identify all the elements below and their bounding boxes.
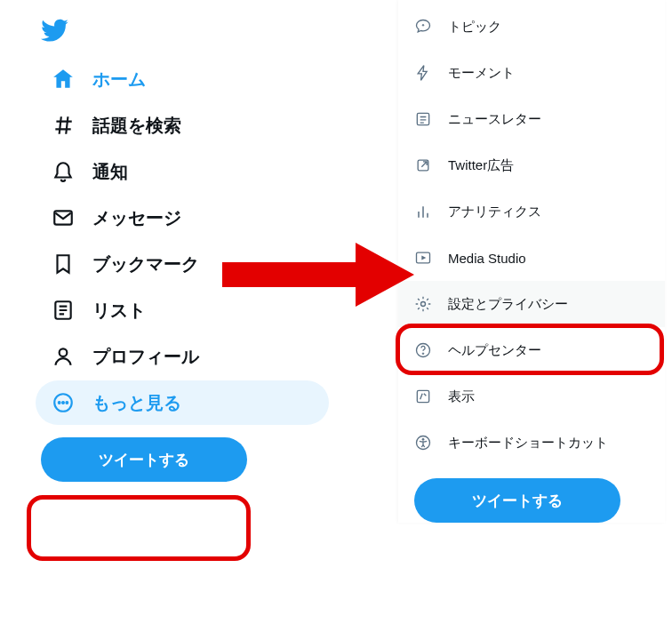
sidebar-item-messages[interactable]: メッセージ [36,196,329,240]
more-menu-popover: トピック モーメント ニュースレター Twitter広告 アナリティクス Med… [398,0,665,523]
menu-item-label: ヘルプセンター [448,342,541,359]
sidebar-item-bookmarks[interactable]: ブックマーク [36,242,329,286]
hash-icon [52,114,75,137]
sidebar-item-explore[interactable]: 話題を検索 [36,103,329,148]
menu-item-label: モーメント [448,65,515,82]
menu-item-label: Twitter広告 [448,157,514,174]
newsletter-icon [414,110,432,128]
sidebar-item-label: もっと見る [92,391,181,414]
menu-item-label: キーボードショートカット [448,435,608,452]
sidebar-item-label: リスト [92,299,146,322]
sidebar-item-label: プロフィール [92,345,199,368]
menu-item-keyboard-shortcuts[interactable]: キーボードショートカット [398,420,665,466]
mail-icon [52,206,75,229]
menu-item-label: Media Studio [448,251,526,266]
menu-item-label: トピック [448,19,501,36]
analytics-icon [414,203,432,220]
sidebar-item-home[interactable]: ホーム [36,57,329,101]
sidebar-item-more[interactable]: もっと見る [36,380,329,425]
menu-item-topics[interactable]: トピック [398,4,665,50]
menu-item-newsletters[interactable]: ニュースレター [398,96,665,142]
menu-item-label: ニュースレター [448,111,541,128]
more-icon [52,391,75,414]
menu-item-media-studio[interactable]: Media Studio [398,235,665,281]
sidebar-item-profile[interactable]: プロフィール [36,334,329,379]
help-icon [414,341,432,359]
sidebar-item-lists[interactable]: リスト [36,288,329,332]
sidebar-item-label: ブックマーク [92,252,199,276]
gear-icon [414,295,432,313]
twitter-logo[interactable] [41,12,329,48]
menu-item-label: 表示 [448,388,475,405]
home-icon [52,68,75,91]
sidebar-item-label: ホーム [92,68,146,91]
accessibility-icon [414,434,432,452]
menu-item-label: 設定とプライバシー [448,296,568,313]
menu-item-settings-privacy[interactable]: 設定とプライバシー [398,281,665,327]
external-icon [414,156,432,174]
menu-item-label: アナリティクス [448,204,541,220]
menu-item-twitter-ads[interactable]: Twitter広告 [398,142,665,188]
sidebar-item-label: 話題を検索 [92,114,181,137]
menu-item-display[interactable]: 表示 [398,373,665,420]
sidebar-item-notifications[interactable]: 通知 [36,149,329,194]
bell-icon [52,160,75,183]
primary-sidebar: ホーム 話題を検索 通知 メッセージ ブックマーク リスト プロフィール もっ [36,0,329,482]
list-icon [52,299,75,322]
sidebar-item-label: 通知 [92,160,128,183]
menu-item-help-center[interactable]: ヘルプセンター [398,327,665,373]
menu-item-analytics[interactable]: アナリティクス [398,188,665,235]
display-icon [414,388,432,405]
menu-item-moments[interactable]: モーメント [398,50,665,96]
tweet-button[interactable]: ツイートする [41,437,247,482]
sidebar-item-label: メッセージ [92,206,181,229]
bolt-icon [414,64,432,82]
tweet-button[interactable]: ツイートする [414,478,620,523]
chat-icon [414,18,432,36]
media-icon [414,249,432,267]
annotation-highlight-more [27,495,251,561]
profile-icon [52,345,75,368]
bookmark-icon [52,252,75,276]
